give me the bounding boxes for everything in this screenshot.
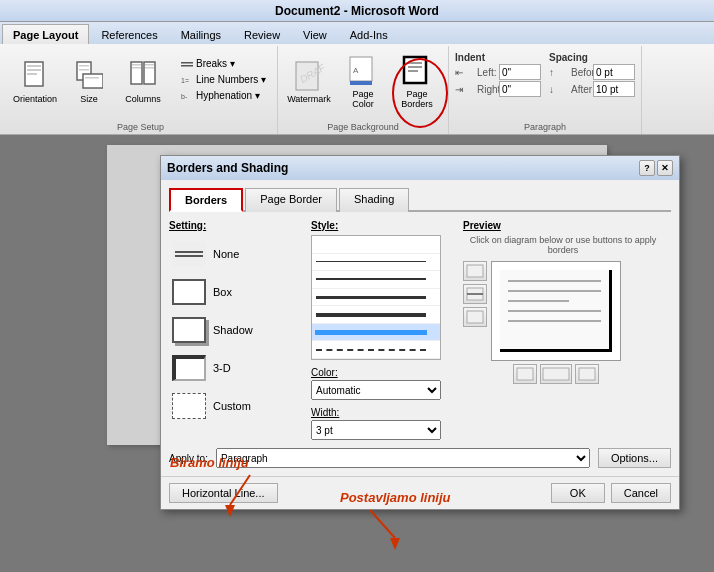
svg-rect-7 [83,74,103,88]
style-thick-line [316,296,426,299]
spacing-col: Spacing ↑ Before: ↓ After: [549,52,635,97]
custom-icon [171,392,207,420]
style-thin[interactable] [312,254,440,272]
spacing-after-label: After: [571,84,591,95]
preview-line-3 [508,300,569,302]
preview-lines [500,270,609,332]
style-medium[interactable] [312,271,440,289]
indent-right-icon: ⇥ [455,84,475,95]
style-thicker[interactable] [312,306,440,324]
spacing-label: Spacing [549,52,635,63]
indent-label: Indent [455,52,541,63]
tab-mailings[interactable]: Mailings [170,24,232,44]
spacing-before-label: Before: [571,67,591,78]
ribbon-content: Orientation Size [0,44,714,134]
preview-btn-right[interactable] [575,364,599,384]
preview-btn-bottom[interactable] [463,307,487,327]
hyphenation-button[interactable]: b- Hyphenation ▾ [176,88,271,103]
dialog-help-button[interactable]: ? [639,160,655,176]
svg-rect-33 [543,368,569,380]
svg-rect-32 [517,368,533,380]
cancel-button[interactable]: Cancel [611,483,671,503]
columns-button[interactable]: Columns [118,52,168,112]
style-thick[interactable] [312,289,440,307]
page-setup-group-label: Page Setup [4,122,277,132]
page-color-button[interactable]: A PageColor [338,52,388,112]
orientation-icon [19,60,51,92]
svg-text:A: A [353,66,359,75]
setting-custom-label: Custom [213,400,251,412]
color-select[interactable]: Automatic [311,380,441,400]
svg-rect-22 [350,81,372,85]
dialog-close-button[interactable]: ✕ [657,160,673,176]
preview-btn-center[interactable] [540,364,572,384]
preview-btn-middle[interactable] [463,284,487,304]
svg-rect-5 [79,65,89,67]
apply-to-select[interactable]: Paragraph Text [216,448,590,468]
svg-rect-11 [132,67,141,69]
shadow-icon [171,316,207,344]
3d-icon [171,354,207,382]
style-list[interactable] [311,235,441,360]
page-borders-label: PageBorders [401,89,433,109]
horizontal-line-button[interactable]: Horizontal Line... [169,483,278,503]
setting-box[interactable]: Box [169,275,299,309]
style-selected-blue[interactable] [312,324,440,342]
preview-btn-left[interactable] [513,364,537,384]
setting-3d[interactable]: 3-D [169,351,299,385]
setting-heading: Setting: [169,220,299,231]
tab-references[interactable]: References [90,24,168,44]
color-label: Color: [311,367,338,378]
preview-btn-top[interactable] [463,261,487,281]
preview-column: Preview Click on diagram below or use bu… [463,220,671,440]
width-select[interactable]: 3 pt 1/4 pt 1/2 pt 1 pt 2 pt [311,420,441,440]
preview-canvas[interactable] [491,261,621,361]
size-label: Size [80,94,98,104]
ok-button[interactable]: OK [551,483,605,503]
style-thin-line [316,261,426,262]
setting-shadow[interactable]: Shadow [169,313,299,347]
svg-rect-31 [467,311,483,323]
tab-review[interactable]: Review [233,24,291,44]
indent-left-label: Left: [477,67,497,78]
svg-rect-10 [132,64,141,66]
setting-none-label: None [213,248,239,260]
orientation-button[interactable]: Orientation [10,52,60,112]
svg-text:1=: 1= [181,77,189,84]
tab-page-border[interactable]: Page Border [245,188,337,212]
svg-rect-8 [85,77,99,79]
spacing-before-input[interactable] [593,64,635,80]
dialog-action-buttons: OK Cancel [551,483,671,503]
setting-custom[interactable]: Custom [169,389,299,423]
preview-heading: Preview [463,220,671,231]
style-dashed[interactable] [312,341,440,359]
indent-right-label: Right: [477,84,497,95]
dialog-tab-bar: Borders Page Border Shading [169,188,671,212]
size-button[interactable]: Size [64,52,114,112]
tab-borders[interactable]: Borders [169,188,243,212]
page-borders-button[interactable]: PageBorders [392,52,442,112]
style-dashed-line [316,349,426,351]
width-row: Width: 3 pt 1/4 pt 1/2 pt 1 pt 2 pt [311,406,451,440]
indent-left-icon: ⇤ [455,67,475,78]
box-icon [171,278,207,306]
tab-add-ins[interactable]: Add-Ins [339,24,399,44]
orientation-label: Orientation [13,94,57,104]
setting-none[interactable]: None [169,237,299,271]
svg-line-37 [370,510,395,538]
breaks-button[interactable]: Breaks ▾ [176,56,271,71]
line-numbers-button[interactable]: 1= Line Numbers ▾ [176,72,271,87]
page-borders-container: PageBorders [392,52,442,112]
options-button[interactable]: Options... [598,448,671,468]
tab-page-layout[interactable]: Page Layout [2,24,89,44]
style-none[interactable] [312,236,440,254]
indent-right-input[interactable] [499,81,541,97]
preview-line-2 [508,290,601,292]
spacing-after-input[interactable] [593,81,635,97]
dialog-controls: ? ✕ [639,160,673,176]
watermark-button[interactable]: DRAFT Watermark [284,52,334,112]
tab-view[interactable]: View [292,24,338,44]
dialog-titlebar: Borders and Shading ? ✕ [161,156,679,180]
indent-left-input[interactable] [499,64,541,80]
tab-shading[interactable]: Shading [339,188,409,212]
